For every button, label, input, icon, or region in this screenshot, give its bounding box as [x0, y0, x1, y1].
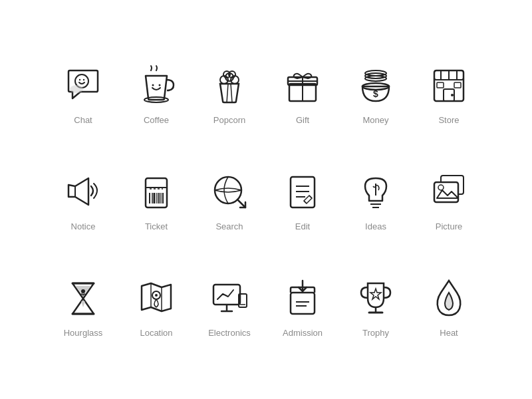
svg-line-8 — [231, 84, 232, 102]
chat-label: Chat — [74, 115, 92, 125]
icon-cell-edit[interactable]: Edit — [266, 146, 339, 253]
icon-cell-location[interactable]: Location — [120, 253, 193, 359]
trophy-icon — [352, 275, 399, 321]
chat-icon — [60, 62, 106, 108]
icon-cell-popcorn[interactable]: Popcorn — [193, 40, 266, 146]
icon-cell-hourglass[interactable]: Hourglass — [47, 253, 120, 359]
hourglass-label: Hourglass — [64, 328, 103, 338]
icon-cell-notice[interactable]: Notice — [47, 146, 120, 253]
svg-point-29 — [451, 94, 454, 96]
notice-icon — [60, 168, 106, 215]
icon-cell-coffee[interactable]: Coffee — [120, 40, 193, 146]
coffee-label: Coffee — [144, 115, 169, 125]
svg-point-60 — [81, 289, 85, 293]
coffee-icon — [133, 62, 180, 108]
admission-icon — [279, 275, 326, 321]
money-label: Money — [362, 115, 388, 125]
svg-rect-70 — [291, 293, 315, 314]
icon-cell-heat[interactable]: Heat — [412, 253, 485, 359]
popcorn-icon — [206, 62, 253, 108]
location-icon — [133, 275, 180, 321]
svg-line-44 — [237, 200, 245, 207]
ticket-label: Ticket — [145, 221, 168, 231]
svg-rect-33 — [146, 178, 167, 207]
gift-label: Gift — [296, 115, 309, 125]
picture-label: Picture — [436, 221, 462, 231]
icon-cell-search[interactable]: Search — [193, 146, 266, 253]
icon-cell-money[interactable]: $ Money — [339, 40, 412, 146]
hourglass-icon — [60, 275, 106, 321]
search-icon — [206, 168, 253, 215]
store-icon — [426, 62, 472, 108]
store-label: Store — [438, 115, 459, 125]
edit-icon — [279, 168, 326, 215]
svg-point-6 — [159, 84, 161, 86]
icon-cell-chat[interactable]: Chat — [47, 40, 120, 146]
icon-cell-gift[interactable]: Gift — [266, 40, 339, 146]
electronics-label: Electronics — [208, 328, 251, 338]
icon-cell-admission[interactable]: Admission — [266, 253, 339, 359]
ideas-icon — [352, 168, 399, 215]
search-label: Search — [215, 221, 243, 231]
svg-rect-30 — [437, 82, 444, 88]
svg-point-64 — [155, 294, 158, 297]
icon-cell-picture[interactable]: Picture — [412, 146, 485, 253]
notice-label: Notice — [71, 221, 96, 231]
svg-point-3 — [70, 85, 83, 93]
svg-rect-31 — [454, 82, 461, 88]
svg-point-5 — [152, 84, 154, 86]
popcorn-label: Popcorn — [213, 115, 245, 125]
ticket-icon — [133, 168, 180, 215]
svg-point-1 — [79, 78, 80, 80]
electronics-icon — [206, 275, 253, 321]
icon-cell-ticket[interactable]: Ticket — [120, 146, 193, 253]
ideas-label: Ideas — [365, 221, 386, 231]
svg-rect-56 — [434, 182, 458, 202]
location-label: Location — [140, 328, 172, 338]
icon-cell-store[interactable]: Store — [412, 40, 485, 146]
heat-icon — [426, 275, 472, 321]
svg-text:$: $ — [373, 88, 378, 99]
admission-label: Admission — [283, 328, 323, 338]
svg-rect-65 — [213, 285, 240, 305]
svg-point-2 — [83, 78, 84, 80]
gift-icon — [279, 62, 326, 108]
icon-cell-ideas[interactable]: Ideas — [339, 146, 412, 253]
icon-grid: Chat Coffee — [33, 27, 499, 372]
icon-cell-electronics[interactable]: Electronics — [193, 253, 266, 359]
money-icon: $ — [352, 62, 399, 108]
svg-line-7 — [227, 84, 228, 102]
heat-label: Heat — [440, 328, 458, 338]
edit-label: Edit — [295, 221, 310, 231]
icon-cell-trophy[interactable]: Trophy — [339, 253, 412, 359]
picture-icon — [426, 168, 472, 215]
trophy-label: Trophy — [362, 328, 389, 338]
